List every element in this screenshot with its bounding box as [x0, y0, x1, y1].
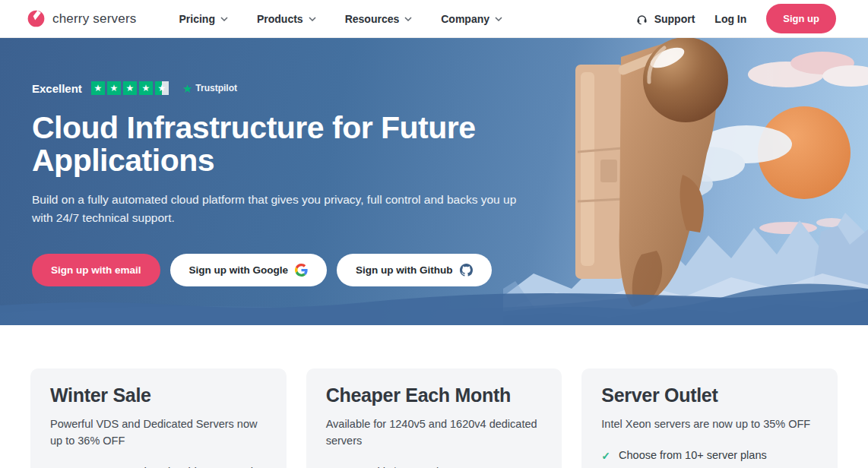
support-link[interactable]: Support — [635, 12, 695, 25]
hero-content: Excellent ★ ★ ★ ★ ★ ★ Trustpilot Cloud I… — [0, 38, 868, 286]
cherry-servers-homepage: cherry servers Pricing Products Resource… — [0, 0, 868, 468]
star-icon: ★ — [91, 81, 105, 95]
check-icon: ✓ — [50, 466, 59, 468]
card-feature: ✓ AMD EPYC and Intel Gold Bare Metal — [50, 466, 267, 468]
signup-google-button[interactable]: Sign up with Google — [170, 254, 328, 286]
nav-item-company[interactable]: Company — [441, 13, 502, 25]
rating-label: Excellent — [32, 82, 82, 95]
card-feature: ✓ Choose from 10+ server plans — [601, 449, 818, 464]
hills-illustration — [0, 283, 868, 325]
signup-email-label: Sign up with email — [51, 264, 141, 276]
trustpilot-star-icon: ★ — [182, 83, 192, 94]
nav-item-resources[interactable]: Resources — [345, 13, 413, 25]
card-description: Intel Xeon servers are now up to 35% OFF — [601, 416, 818, 433]
chevron-down-icon — [495, 17, 502, 21]
nav-item-products[interactable]: Products — [257, 13, 316, 25]
check-icon: ✓ — [326, 466, 335, 468]
nav-label: Resources — [345, 13, 400, 25]
promo-card-server-outlet: Server Outlet Intel Xeon servers are now… — [581, 368, 838, 468]
nav-label: Company — [441, 13, 489, 25]
half-star-icon: ★ — [155, 81, 169, 95]
check-icon: ✓ — [601, 449, 610, 464]
nav-item-pricing[interactable]: Pricing — [179, 13, 228, 25]
support-label: Support — [654, 13, 695, 25]
signup-button[interactable]: Sign up — [766, 4, 836, 33]
top-navbar: cherry servers Pricing Products Resource… — [0, 0, 868, 38]
chevron-down-icon — [309, 17, 316, 21]
brand-logo[interactable]: cherry servers — [27, 10, 137, 27]
github-icon — [460, 264, 473, 277]
nav-label: Products — [257, 13, 303, 25]
signup-cta-row: Sign up with email Sign up with Google — [32, 254, 868, 286]
promo-card-cheaper-each-month: Cheaper Each Month Available for 1240v5 … — [306, 368, 562, 468]
feature-text: Start with $106.81 / mo — [343, 466, 456, 468]
headset-icon — [635, 12, 648, 25]
card-title: Winter Sale — [50, 384, 267, 406]
header-actions: Support Log In Sign up — [635, 4, 836, 33]
signup-email-button[interactable]: Sign up with email — [32, 254, 160, 286]
star-icon: ★ — [139, 81, 153, 95]
card-title: Server Outlet — [601, 384, 818, 406]
signup-google-label: Sign up with Google — [189, 264, 289, 276]
trustpilot-logo: ★ Trustpilot — [182, 83, 237, 94]
feature-text: AMD EPYC and Intel Gold Bare Metal — [68, 466, 253, 468]
feature-text: Choose from 10+ server plans — [619, 449, 767, 461]
chevron-down-icon — [404, 17, 412, 21]
google-icon — [295, 264, 308, 277]
trustpilot-name: Trustpilot — [195, 83, 237, 93]
star-icon: ★ — [123, 81, 137, 95]
card-description: Powerful VDS and Dedicated Servers now u… — [50, 416, 267, 450]
signup-github-button[interactable]: Sign up with Github — [337, 254, 491, 286]
nav-label: Pricing — [179, 13, 215, 25]
card-title: Cheaper Each Month — [326, 384, 543, 406]
login-link[interactable]: Log In — [714, 13, 746, 25]
trustpilot-rating[interactable]: Excellent ★ ★ ★ ★ ★ ★ Trustpilot — [32, 81, 868, 96]
rating-stars: ★ ★ ★ ★ ★ — [91, 81, 169, 95]
promo-cards-row: Winter Sale Powerful VDS and Dedicated S… — [0, 325, 868, 468]
card-feature: ✓ Start with $106.81 / mo — [326, 466, 543, 468]
chevron-down-icon — [220, 17, 228, 21]
hero-section: Excellent ★ ★ ★ ★ ★ ★ Trustpilot Cloud I… — [0, 38, 868, 325]
hero-subtitle: Build on a fully automated cloud platfor… — [32, 191, 524, 227]
brand-name: cherry servers — [52, 11, 137, 27]
star-icon: ★ — [107, 81, 121, 95]
cherry-servers-logo-icon — [27, 10, 45, 27]
promo-card-winter-sale: Winter Sale Powerful VDS and Dedicated S… — [30, 368, 287, 468]
card-description: Available for 1240v5 and 1620v4 dedicate… — [326, 416, 543, 450]
signup-github-label: Sign up with Github — [356, 264, 452, 276]
main-nav: Pricing Products Resources Company — [179, 13, 503, 25]
page-title: Cloud Infrastructure for Future Applicat… — [32, 112, 537, 178]
